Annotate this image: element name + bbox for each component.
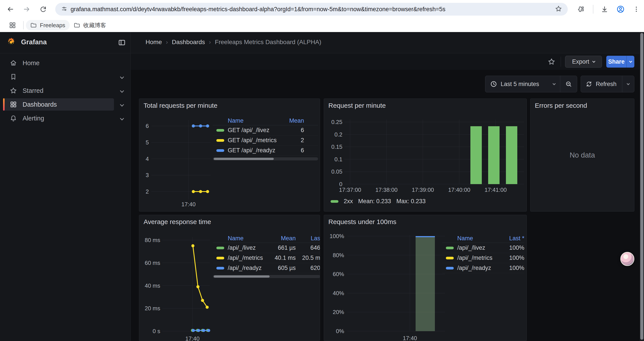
bookmark-star-icon[interactable] xyxy=(555,5,562,13)
legend-header-name[interactable]: Name xyxy=(213,117,286,124)
no-data-text: No data xyxy=(530,99,634,211)
series-name: 2xx xyxy=(344,198,353,205)
legend-header-last[interactable]: Las xyxy=(296,235,320,242)
dashboard-canvas: Last 5 minutes Refresh Total requests pe… xyxy=(131,70,640,341)
panel-request-per-minute[interactable]: Request per minute 0.250.20.150.10.05017… xyxy=(324,99,527,212)
toolbar-divider xyxy=(561,57,561,67)
sidebar-item-dashboards[interactable]: Dashboards xyxy=(0,98,130,111)
forward-button[interactable] xyxy=(20,3,33,16)
legend-row[interactable]: GET /api/_/readyz6 xyxy=(213,146,318,156)
dock-toggle-icon[interactable] xyxy=(118,39,126,47)
bookmark-folder-blogs[interactable]: 收藏博客 xyxy=(69,20,110,31)
legend-header-last[interactable]: Last * xyxy=(500,235,524,242)
bookmark-folder-freeleaps[interactable]: Freeleaps xyxy=(26,20,70,31)
panel-errors-per-second[interactable]: Errors per second No data xyxy=(530,99,634,212)
refresh-interval-dropdown[interactable] xyxy=(622,76,634,92)
grafana-logo[interactable] xyxy=(6,37,17,49)
menu-kebab-icon[interactable] xyxy=(630,3,643,16)
zoom-out-button[interactable] xyxy=(560,76,577,92)
site-info-icon[interactable] xyxy=(61,6,68,13)
y-tick: 0.2 xyxy=(324,131,342,138)
panel-total-requests-per-minute[interactable]: Total requests per minute 6543217:40 Nam… xyxy=(139,99,320,212)
legend-row[interactable]: /api/_/livez100% xyxy=(442,243,524,253)
legend-row[interactable]: GET /api/_/livez6 xyxy=(213,125,318,135)
series-name: /api/_/metrics xyxy=(457,254,500,261)
series-name: /api/_/livez xyxy=(228,244,272,251)
sidebar-item-bookmarks[interactable] xyxy=(0,71,130,83)
share-button-main[interactable]: Share xyxy=(606,56,626,68)
screen: grafana.mathmast.com/d/deytv4rwavabkb/fr… xyxy=(0,0,644,341)
legend-header-mean[interactable]: Mean xyxy=(286,117,304,124)
profile-icon[interactable] xyxy=(614,3,627,16)
legend-row[interactable]: GET /api/_/metrics2 xyxy=(213,135,318,146)
time-range-picker[interactable]: Last 5 minutes xyxy=(485,76,560,92)
legend-scrollbar[interactable] xyxy=(213,157,318,160)
panel-title[interactable]: Requests under 100ms xyxy=(328,218,396,226)
panel-title[interactable]: Errors per second xyxy=(535,102,587,109)
requests-under-100ms-chart[interactable]: 100%80%60%40%20%0%17:40 xyxy=(324,215,526,341)
series-mean: 2 xyxy=(286,137,304,144)
bookmark-icon xyxy=(10,73,17,81)
legend-header-name[interactable]: Name xyxy=(213,235,272,242)
panel-title[interactable]: Average response time xyxy=(144,218,211,226)
bookmark-label: 收藏博客 xyxy=(83,22,106,29)
downloads-icon[interactable] xyxy=(598,3,611,16)
time-controls: Last 5 minutes xyxy=(485,76,577,92)
series-name: /api/_/metrics xyxy=(228,254,272,261)
sidebar-item-alerting[interactable]: Alerting xyxy=(0,112,130,124)
series-name: /api/_/readyz xyxy=(228,265,272,271)
sidebar-item-home[interactable]: Home xyxy=(0,57,130,69)
legend-row[interactable]: /api/_/metrics100% xyxy=(442,253,524,263)
series-max: Max: 0.233 xyxy=(396,198,426,205)
scrollbar-thumb[interactable] xyxy=(640,33,643,340)
assistant-avatar-button[interactable] xyxy=(620,252,634,266)
series-last: 20.5 m xyxy=(296,254,320,261)
chevron-down-icon[interactable] xyxy=(120,103,124,106)
grafana-brand[interactable]: Grafana xyxy=(21,38,47,46)
breadcrumb-dashboards[interactable]: Dashboards xyxy=(172,39,205,46)
legend-scrollbar[interactable] xyxy=(213,275,320,278)
chevron-down-icon[interactable] xyxy=(120,116,124,120)
export-button[interactable]: Export xyxy=(565,56,602,68)
legend-row[interactable]: /api/_/readyz100% xyxy=(442,263,524,273)
y-tick: 0.15 xyxy=(324,144,342,150)
extensions-icon[interactable] xyxy=(575,3,588,16)
legend-table: Name Last * /api/_/livez100% /api/_/metr… xyxy=(442,234,524,273)
back-button[interactable] xyxy=(4,3,17,16)
url-bar[interactable]: grafana.mathmast.com/d/deytv4rwavabkb/fr… xyxy=(55,3,568,16)
reload-button[interactable] xyxy=(37,3,50,16)
refresh-button[interactable]: Refresh xyxy=(581,76,622,92)
legend-header-name[interactable]: Name xyxy=(442,235,500,242)
breadcrumb-home[interactable]: Home xyxy=(146,39,162,46)
series-pill xyxy=(216,257,224,259)
legend-row[interactable]: /api/_/livez661 µs646 xyxy=(213,243,320,253)
x-tick: 17:38:00 xyxy=(368,187,405,193)
panel-requests-under-100ms[interactable]: Requests under 100ms 100%80%60%40%20%0%1… xyxy=(324,215,527,341)
legend[interactable]: 2xx Mean: 0.233 Max: 0.233 xyxy=(330,198,426,205)
series-last: 100% xyxy=(500,265,524,271)
legend-row[interactable]: /api/_/metrics40.1 ms20.5 m xyxy=(213,253,320,263)
share-button[interactable]: Share xyxy=(606,56,634,68)
page-scrollbar[interactable] xyxy=(640,32,644,341)
scrollbar-thumb[interactable] xyxy=(214,158,274,160)
chevron-down-icon[interactable] xyxy=(120,75,124,79)
legend-header-mean[interactable]: Mean xyxy=(272,235,296,242)
zoom-out-icon xyxy=(565,81,572,88)
scrollbar-thumb[interactable] xyxy=(214,275,270,278)
chevron-down-icon[interactable] xyxy=(120,89,124,93)
panel-title[interactable]: Total requests per minute xyxy=(144,102,218,109)
apps-grid-icon[interactable] xyxy=(9,22,16,30)
panel-average-response-time[interactable]: Average response time 80 ms60 ms40 ms20 … xyxy=(139,215,320,341)
request-per-minute-chart[interactable]: 0.250.20.150.10.05017:37:0017:38:0017:39… xyxy=(324,99,526,211)
series-mean: 661 µs xyxy=(272,244,296,251)
series-pill xyxy=(216,129,224,132)
panel-title[interactable]: Request per minute xyxy=(328,102,386,109)
legend-row[interactable]: /api/_/readyz605 µs620 xyxy=(213,263,320,273)
url-text[interactable]: grafana.mathmast.com/d/deytv4rwavabkb/fr… xyxy=(70,6,555,13)
refresh-label: Refresh xyxy=(596,81,616,88)
sidebar-item-starred[interactable]: Starred xyxy=(0,85,130,97)
share-dropdown[interactable] xyxy=(626,56,634,68)
y-tick: 4 xyxy=(139,156,149,162)
y-tick: 0.25 xyxy=(324,119,342,125)
favorite-star-icon[interactable] xyxy=(548,58,556,67)
